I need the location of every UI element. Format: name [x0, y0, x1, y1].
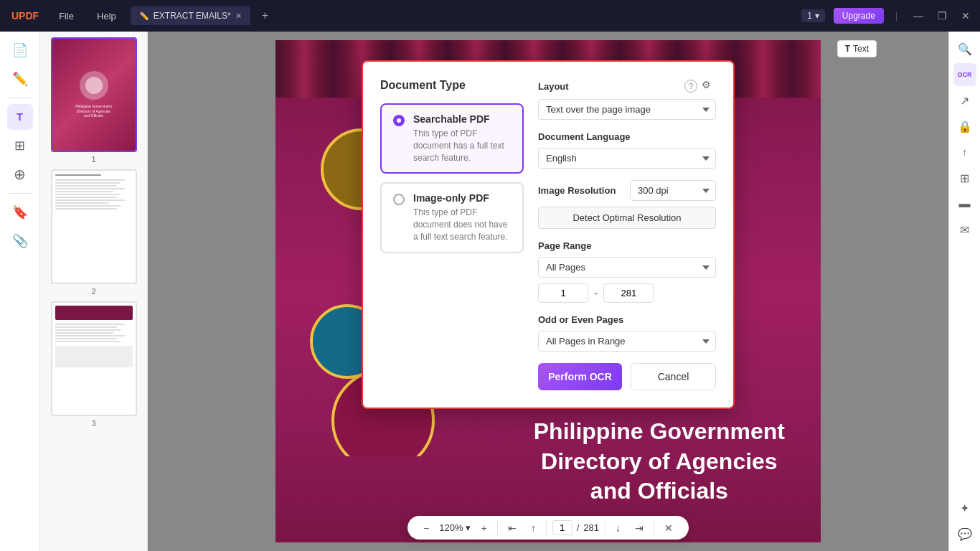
first-page-button[interactable]: ⇤: [504, 521, 521, 535]
image-only-option[interactable]: Image-only PDF This type of PDF document…: [380, 182, 524, 253]
range-dash: -: [594, 287, 598, 300]
rs-redact-icon[interactable]: ▬: [953, 192, 976, 215]
range-start-input[interactable]: 1: [538, 283, 588, 303]
layout-label: Layout: [538, 81, 569, 92]
thumbnail-1[interactable]: Philippine GovernmentDirectory of Agenci…: [46, 37, 141, 164]
sidebar-item-bookmark[interactable]: 🔖: [7, 199, 33, 225]
thumb-num-1: 1: [91, 155, 95, 164]
rs-ai-icon[interactable]: ✦: [953, 496, 976, 519]
close-button[interactable]: ✕: [957, 9, 974, 23]
sidebar-item-layers[interactable]: ⊕: [7, 161, 33, 187]
layout-select[interactable]: Text over the page image Text under the …: [538, 99, 716, 120]
searchable-content: Searchable PDF This type of PDF document…: [413, 113, 511, 164]
thumb-image-1: Philippine GovernmentDirectory of Agenci…: [51, 37, 137, 152]
active-tab[interactable]: ✏️ EXTRACT EMAILS* ✕: [131, 6, 250, 25]
window-controls: — ❐ ✕: [909, 9, 974, 23]
main-area: 📄 ✏️ T ⊞ ⊕ 🔖 📎 Philippine GovernmentDire…: [0, 32, 980, 551]
upgrade-button[interactable]: Upgrade: [834, 8, 884, 24]
zoom-level-display: 120% ▾: [439, 522, 471, 533]
radio-dot: [397, 118, 401, 123]
rs-protect-icon[interactable]: 🔒: [953, 115, 976, 138]
sidebar-item-pages[interactable]: ⊞: [7, 133, 33, 159]
page-range-select[interactable]: All Pages Current Page Custom Range: [538, 257, 716, 278]
language-select[interactable]: English French Spanish German Chinese Ja…: [538, 148, 716, 169]
resolution-section: Image Resolution 72 dpi 96 dpi 150 dpi 2…: [538, 180, 716, 229]
last-page-button[interactable]: ⇥: [631, 521, 648, 535]
restore-button[interactable]: ❐: [933, 9, 951, 23]
zoom-out-button[interactable]: −: [419, 521, 433, 535]
current-page-input[interactable]: [552, 520, 573, 535]
dialog-inner: Document Type Searchable PDF This type o…: [380, 79, 716, 390]
zoom-in-button[interactable]: +: [476, 521, 491, 535]
thumb-image-2: [51, 169, 137, 284]
parity-select[interactable]: All Pages in Range Odd Pages Only Even P…: [538, 331, 716, 352]
rs-share-icon[interactable]: ↑: [953, 141, 976, 164]
layout-settings-icon[interactable]: ⚙: [702, 79, 716, 93]
page-separator: /: [577, 522, 580, 533]
close-toolbar-button[interactable]: ✕: [660, 521, 677, 535]
rs-search-icon[interactable]: 🔍: [953, 37, 976, 60]
searchable-pdf-option[interactable]: Searchable PDF This type of PDF document…: [380, 103, 524, 174]
thumb-num-3: 3: [91, 419, 95, 428]
tab-edit-icon: ✏️: [139, 11, 149, 21]
ocr-dialog-overlay: Document Type Searchable PDF This type o…: [148, 32, 948, 551]
thumb-cover-text: Philippine GovernmentDirectory of Agenci…: [75, 104, 112, 118]
rs-compare-icon[interactable]: ⊞: [953, 166, 976, 189]
separator: |: [895, 11, 897, 21]
lang-header: Document Language: [538, 131, 716, 142]
tab-label: EXTRACT EMAILS*: [154, 11, 231, 21]
toolbar-divider-3: [605, 521, 606, 535]
sidebar-divider-2: [9, 193, 31, 194]
cancel-button[interactable]: Cancel: [631, 363, 716, 390]
menu-help[interactable]: Help: [88, 8, 125, 24]
ocr-dialog: Document Type Searchable PDF This type o…: [362, 60, 735, 409]
sidebar-item-attachment[interactable]: 📎: [7, 228, 33, 254]
prev-page-button[interactable]: ↑: [527, 521, 540, 535]
menu-file[interactable]: File: [50, 8, 83, 24]
range-inputs: 1 - 281: [538, 283, 716, 303]
bottom-toolbar: − 120% ▾ + ⇤ ↑ / 281 ↓ ⇥ ✕: [407, 516, 689, 540]
parity-label: Odd or Even Pages: [538, 314, 623, 325]
res-label: Image Resolution: [538, 185, 624, 196]
tab-close-icon[interactable]: ✕: [235, 11, 242, 21]
image-only-desc: This type of PDF document does not have …: [413, 207, 511, 242]
detect-resolution-button[interactable]: Detect Optimal Resolution: [538, 207, 716, 229]
layout-header: Layout ? ⚙: [538, 79, 716, 93]
dialog-title: Document Type: [380, 79, 524, 92]
page-navigator[interactable]: 1 ▾: [801, 9, 825, 22]
thumb-num-2: 2: [91, 287, 95, 296]
range-end-input[interactable]: 281: [603, 283, 654, 303]
toolbar-divider-4: [654, 521, 654, 535]
rs-ocr-icon[interactable]: OCR: [953, 63, 976, 86]
sidebar-item-stamp[interactable]: ✏️: [7, 66, 33, 92]
titlebar-right: 1 ▾ Upgrade | — ❐ ✕: [801, 8, 974, 24]
language-section: Document Language English French Spanish…: [538, 131, 716, 169]
thumbnail-3[interactable]: 3: [46, 301, 141, 428]
minimize-button[interactable]: —: [909, 9, 928, 23]
image-only-radio: [393, 194, 405, 205]
image-only-content: Image-only PDF This type of PDF document…: [413, 192, 511, 242]
rs-sign-icon[interactable]: ✉: [953, 218, 976, 241]
thumb-toc-content: [52, 171, 136, 283]
zoom-value: 120%: [439, 522, 463, 533]
rs-extract-icon[interactable]: ↗: [953, 89, 976, 112]
content-area: T Text: [148, 32, 948, 551]
parity-section: Odd or Even Pages All Pages in Range Odd…: [538, 314, 716, 352]
app-logo: UPDF: [6, 7, 44, 24]
next-page-button[interactable]: ↓: [611, 521, 625, 535]
perform-ocr-button[interactable]: Perform OCR: [538, 363, 622, 390]
sidebar-item-document[interactable]: 📄: [7, 37, 33, 63]
add-tab-button[interactable]: +: [256, 9, 274, 22]
dialog-right: Layout ? ⚙ Text over the page image Text…: [538, 79, 716, 390]
right-sidebar: 🔍 OCR ↗ 🔒 ↑ ⊞ ▬ ✉ ✦ 💬: [948, 32, 980, 551]
layout-help-icon[interactable]: ?: [684, 80, 697, 93]
thumb-page3-content: [52, 303, 136, 415]
sidebar-item-text[interactable]: T: [7, 104, 33, 130]
rs-chat-icon[interactable]: 💬: [953, 522, 976, 545]
resolution-select[interactable]: 72 dpi 96 dpi 150 dpi 200 dpi 300 dpi 60…: [630, 180, 716, 201]
page-range-section: Page Range All Pages Current Page Custom…: [538, 240, 716, 303]
zoom-chevron: ▾: [466, 522, 471, 533]
thumbnail-2[interactable]: 2: [46, 169, 141, 296]
image-only-title: Image-only PDF: [413, 192, 511, 204]
dialog-left: Document Type Searchable PDF This type o…: [380, 79, 524, 390]
